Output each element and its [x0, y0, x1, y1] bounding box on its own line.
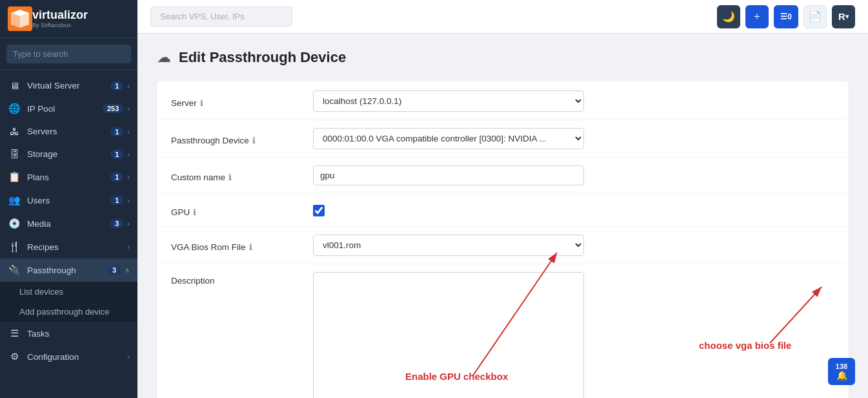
- sidebar-item-virtual-server[interactable]: 🖥 Virtual Server 1 ›: [0, 74, 137, 97]
- tasks-icon-topbar: ☰: [780, 12, 787, 21]
- tasks-count: 0: [787, 12, 792, 21]
- chevron-right-icon: ›: [127, 105, 130, 112]
- gpu-row: GPU ℹ: [158, 194, 847, 227]
- notes-button[interactable]: 📄: [803, 5, 827, 28]
- sidebar-item-badge: 3: [108, 266, 121, 275]
- gpu-checkbox[interactable]: [313, 205, 325, 216]
- vga-bios-info-icon: ℹ: [249, 242, 252, 252]
- sidebar-item-badge: 1: [110, 173, 123, 182]
- passthrough-icon: 🔌: [8, 264, 21, 276]
- sidebar-item-users[interactable]: 👥 Users 1 ›: [0, 189, 137, 212]
- chevron-right-icon: ›: [127, 82, 130, 90]
- sidebar-item-badge: 3: [110, 219, 123, 228]
- passthrough-device-label: Passthrough Device ℹ: [171, 132, 313, 145]
- chevron-down-icon: ∧: [125, 266, 130, 275]
- sidebar-item-label: Users: [27, 196, 110, 205]
- chevron-right-icon: ›: [127, 243, 130, 251]
- gpu-label: GPU ℹ: [171, 204, 313, 217]
- passthrough-device-row: Passthrough Device ℹ 0000:01:00.0 VGA co…: [158, 120, 847, 158]
- server-field: localhost (127.0.0.1): [313, 90, 834, 112]
- passthrough-submenu: List devices Add passthrough device: [0, 282, 137, 322]
- sidebar-item-storage[interactable]: 🗄 Storage 1 ›: [0, 143, 137, 165]
- vga-bios-label: VGA Bios Rom File ℹ: [171, 238, 313, 252]
- dark-mode-button[interactable]: 🌙: [717, 5, 740, 28]
- add-button[interactable]: ＋: [745, 5, 769, 28]
- topbar: 🌙 ＋ ☰ 0 📄 R ▾: [137, 0, 868, 34]
- sidebar-nav: 🖥 Virtual Server 1 › 🌐 IP Pool 253 › 🖧 S…: [0, 70, 137, 398]
- gpu-annotation-label: Enable GPU checkbox: [405, 371, 508, 382]
- custom-name-row: Custom name ℹ: [158, 158, 847, 194]
- logo-title: virtualizor: [32, 9, 88, 22]
- sidebar-item-media[interactable]: 💿 Media 3 ›: [0, 212, 137, 235]
- configuration-icon: ⚙: [8, 351, 21, 362]
- sidebar-item-label: Servers: [27, 127, 110, 136]
- virtual-server-icon: 🖥: [8, 80, 21, 91]
- sidebar: virtualizor By Softaculous 🖥 Virtual Ser…: [0, 0, 137, 398]
- plans-icon: 📋: [8, 171, 21, 183]
- sidebar-item-label: Configuration: [27, 352, 127, 362]
- avatar-button[interactable]: R ▾: [832, 5, 855, 28]
- description-field: [313, 272, 834, 398]
- topbar-search-input[interactable]: [150, 6, 292, 26]
- tasks-counter-button[interactable]: ☰ 0: [774, 5, 798, 28]
- sidebar-item-badge: 253: [103, 104, 123, 113]
- list-devices-label: List devices: [19, 287, 63, 297]
- dropdown-icon: ▾: [845, 13, 849, 20]
- server-label: Server ℹ: [171, 94, 313, 108]
- sidebar-item-badge: 1: [110, 150, 123, 159]
- chevron-right-icon: ›: [127, 151, 130, 158]
- sidebar-item-tasks[interactable]: ☰ Tasks: [0, 322, 137, 345]
- sidebar-item-label: Plans: [27, 173, 110, 182]
- topbar-actions: 🌙 ＋ ☰ 0 📄 R ▾: [717, 5, 855, 28]
- storage-icon: 🗄: [8, 149, 21, 160]
- sidebar-item-label: Tasks: [27, 329, 130, 339]
- sidebar-item-recipes[interactable]: 🍴 Recipes ›: [0, 235, 137, 258]
- vga-bios-select[interactable]: vl001.rom: [313, 235, 584, 256]
- sidebar-item-badge: 1: [110, 196, 123, 205]
- chevron-right-icon: ›: [127, 196, 130, 204]
- bell-icon: 🔔: [836, 370, 847, 381]
- page-content: ☁ Edit Passthrough Device Server ℹ local…: [137, 34, 868, 398]
- sidebar-item-ip-pool[interactable]: 🌐 IP Pool 253 ›: [0, 97, 137, 120]
- page-header: ☁ Edit Passthrough Device: [157, 49, 849, 66]
- chevron-right-icon: ›: [127, 220, 130, 227]
- sidebar-item-label: Virtual Server: [27, 81, 110, 90]
- sidebar-item-plans[interactable]: 📋 Plans 1 ›: [0, 165, 137, 189]
- sidebar-search-input[interactable]: [6, 45, 131, 63]
- custom-name-input[interactable]: [313, 165, 584, 185]
- chevron-right-icon: ›: [127, 353, 130, 361]
- sidebar-item-passthrough[interactable]: 🔌 Passthrough 3 ∧: [0, 258, 137, 282]
- sidebar-item-badge: 1: [110, 127, 123, 136]
- page-header-icon: ☁: [157, 49, 171, 66]
- users-icon: 👥: [8, 194, 21, 206]
- sidebar-item-add-passthrough[interactable]: Add passthrough device: [0, 302, 137, 322]
- notification-button[interactable]: 138 🔔: [828, 358, 855, 385]
- notification-count: 138: [836, 363, 847, 370]
- sidebar-item-configuration[interactable]: ⚙ Configuration ›: [0, 345, 137, 368]
- tasks-icon: ☰: [8, 328, 21, 339]
- sidebar-item-label: Passthrough: [27, 266, 108, 275]
- sidebar-item-label: IP Pool: [27, 104, 103, 114]
- page-title: Edit Passthrough Device: [179, 49, 346, 66]
- vga-bios-field: vl001.rom: [313, 235, 834, 256]
- vga-annotation-text: choose vga bios file: [699, 340, 791, 351]
- sidebar-item-badge: 1: [110, 81, 123, 90]
- passthrough-device-field: 0000:01:00.0 VGA compatible controller […: [313, 128, 834, 149]
- server-select[interactable]: localhost (127.0.0.1): [313, 90, 584, 112]
- avatar-letter: R: [838, 11, 845, 22]
- media-icon: 💿: [8, 218, 21, 229]
- gpu-annotation-text: Enable GPU checkbox: [405, 371, 508, 382]
- sidebar-item-list-devices[interactable]: List devices: [0, 282, 137, 302]
- passthrough-device-select[interactable]: 0000:01:00.0 VGA compatible controller […: [313, 128, 584, 149]
- recipes-icon: 🍴: [8, 241, 21, 253]
- sidebar-item-label: Storage: [27, 149, 110, 159]
- main-content: 🌙 ＋ ☰ 0 📄 R ▾ ☁ Edit Passthrough Device: [137, 0, 868, 398]
- sidebar-search-container: [0, 38, 137, 70]
- chevron-right-icon: ›: [127, 128, 130, 136]
- server-row: Server ℹ localhost (127.0.0.1): [158, 83, 847, 120]
- sidebar-item-servers[interactable]: 🖧 Servers 1 ›: [0, 120, 137, 143]
- logo-text: virtualizor By Softaculous: [32, 9, 88, 28]
- add-passthrough-label: Add passthrough device: [19, 307, 109, 317]
- gpu-info-icon: ℹ: [193, 207, 196, 217]
- logo-subtitle: By Softaculous: [32, 22, 88, 28]
